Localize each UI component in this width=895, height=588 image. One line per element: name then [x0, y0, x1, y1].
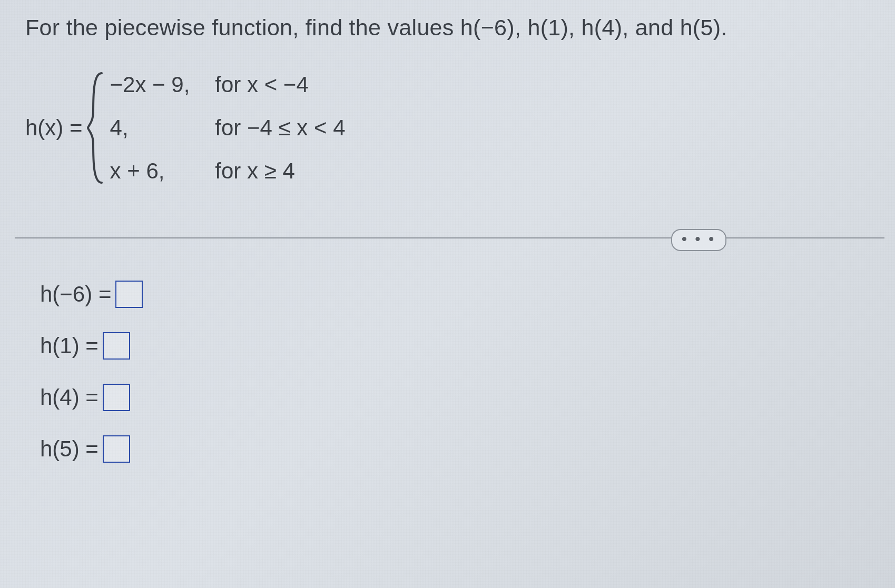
answer-row-2: h(1) =	[40, 332, 874, 360]
function-label: h(x) =	[25, 115, 83, 141]
answer-label-h-5: h(5) =	[40, 436, 99, 462]
answer-input-h-1[interactable]	[103, 332, 130, 360]
answer-label-h-neg6: h(−6) =	[40, 282, 111, 307]
divider-line	[15, 237, 884, 238]
case-expr-2: 4,	[110, 115, 190, 141]
case-expr-3: x + 6,	[110, 158, 190, 184]
case-expr-1: −2x − 9,	[110, 72, 190, 97]
answer-label-h-1: h(1) =	[40, 333, 99, 358]
more-options-button[interactable]: • • •	[671, 229, 726, 251]
question-text: For the piecewise function, find the val…	[25, 15, 874, 41]
answer-row-1: h(−6) =	[40, 281, 874, 308]
answer-row-3: h(4) =	[40, 384, 874, 411]
answer-row-4: h(5) =	[40, 435, 874, 463]
answer-label-h-4: h(4) =	[40, 385, 99, 410]
case-cond-2: for −4 ≤ x < 4	[215, 115, 345, 141]
answer-input-h-4[interactable]	[103, 384, 130, 411]
section-divider: • • •	[25, 228, 874, 249]
piecewise-definition: h(x) = −2x − 9, for x < −4 4, for −4 ≤ x…	[25, 70, 874, 186]
answer-input-h-neg6[interactable]	[115, 281, 143, 308]
left-brace-icon	[86, 70, 107, 186]
case-cond-3: for x ≥ 4	[215, 158, 345, 184]
answer-input-h-5[interactable]	[103, 435, 130, 463]
case-cond-1: for x < −4	[215, 72, 345, 97]
